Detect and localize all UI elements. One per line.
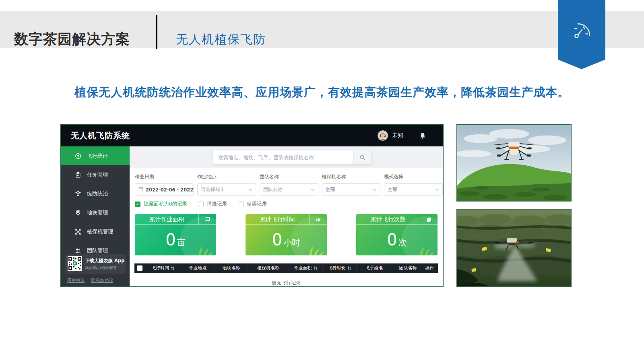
filter-label: 团队名称 xyxy=(260,173,318,180)
checkbox-hide-zero-area[interactable]: ✓ 隐藏面积为0的记录 xyxy=(135,201,187,208)
area-polygon-icon xyxy=(198,214,216,224)
location-select[interactable]: 请选择城市 xyxy=(197,183,256,196)
column-work-location: 作业地点 xyxy=(181,265,215,271)
gauge-icon xyxy=(571,26,592,43)
dashboard-title: 无人机飞防系统 xyxy=(71,130,130,141)
sidebar: 飞行统计 任务管理 统防统治 xyxy=(61,146,130,286)
team-select[interactable]: 团队名称 xyxy=(260,183,318,196)
column-drone-name: 植保机名称 xyxy=(248,265,289,271)
filter-row: 作业日期 2022-02-06 - 2022-08-06 作业地点 请选择城市 xyxy=(130,168,443,196)
sidebar-item-flight-stats[interactable]: 飞行统计 xyxy=(61,146,130,165)
sidebar-item-label: 地块管理 xyxy=(87,209,108,216)
chevron-down-icon xyxy=(435,188,439,191)
date-range-picker[interactable]: 2022-02-06 - 2022-08-06 xyxy=(135,183,194,196)
stat-card-title: 累计作业面积 xyxy=(135,214,198,224)
stat-unit: 次 xyxy=(398,237,407,248)
checkbox-label: 隐藏面积为0的记录 xyxy=(144,201,187,208)
sort-icon xyxy=(347,266,351,270)
checkbox-spread-records[interactable]: 播撒记录 xyxy=(198,201,227,208)
select-value: 全部 xyxy=(326,186,335,193)
dashboard-body: 飞行统计 任务管理 统防统治 xyxy=(61,146,443,286)
filter-work-date: 作业日期 2022-02-06 - 2022-08-06 xyxy=(135,173,194,196)
filter-label: 作业日期 xyxy=(135,173,194,180)
sort-icon xyxy=(171,266,175,270)
app-download-card[interactable]: 下载大疆农服 App 高效助力植保服务 xyxy=(65,254,126,274)
checkbox-box: ✓ xyxy=(135,202,140,207)
stat-unit: 亩 xyxy=(177,237,186,248)
sidebar-item-tasks[interactable]: 任务管理 xyxy=(61,165,130,184)
filter-label: 模式选择 xyxy=(384,173,443,180)
drone-icon xyxy=(74,228,81,235)
filter-work-location: 作业地点 请选择城市 xyxy=(197,173,256,196)
chevron-down-icon xyxy=(373,188,377,191)
column-pilot-name: 飞手姓名 xyxy=(356,265,392,271)
sidebar-item-label: 团队管理 xyxy=(87,247,108,254)
stat-unit: 小时 xyxy=(283,237,300,248)
stat-card-total-flights: 累计飞行次数 0 次 xyxy=(356,214,438,255)
dashboard-header: 无人机飞防系统 未知 xyxy=(61,125,443,146)
user-area: 未知 xyxy=(378,130,426,141)
drone-select[interactable]: 全部 xyxy=(322,183,381,196)
copies-icon xyxy=(420,214,438,224)
column-flight-duration[interactable]: 飞行时长 xyxy=(322,265,356,271)
privacy-agreement-link[interactable]: 隐私权协议 xyxy=(91,278,114,283)
filter-team-name: 团队名称 团队名称 xyxy=(260,173,318,196)
dashboard-window: 无人机飞防系统 未知 xyxy=(60,124,444,287)
qr-code xyxy=(68,256,82,272)
avatar[interactable] xyxy=(378,130,388,141)
filter-label: 植保机名称 xyxy=(322,173,381,180)
column-work-area[interactable]: 作业面积 xyxy=(289,265,322,271)
calendar-icon xyxy=(138,187,143,193)
search-input[interactable] xyxy=(213,150,353,164)
main-panel: 作业日期 2022-02-06 - 2022-08-06 作业地点 请选择城市 xyxy=(130,146,443,286)
flight-stats-icon xyxy=(74,153,81,159)
sidebar-item-label: 统防统治 xyxy=(87,190,108,197)
sidebar-item-label: 植保机管理 xyxy=(87,228,113,235)
stat-card-title: 累计飞行时间 xyxy=(246,214,309,224)
title-divider xyxy=(156,15,157,49)
stat-value: 0 xyxy=(387,232,397,248)
checkbox-box xyxy=(198,202,204,207)
bar-chart-icon xyxy=(309,214,327,224)
sidebar-item-drones[interactable]: 植保机管理 xyxy=(61,222,130,241)
chevron-down-icon xyxy=(311,188,315,191)
chevron-down-icon xyxy=(248,188,252,191)
sidebar-item-label: 任务管理 xyxy=(87,171,108,179)
user-name[interactable]: 未知 xyxy=(392,132,403,139)
empty-records-text: 暂无飞行记录 xyxy=(130,280,443,286)
tasks-icon xyxy=(74,172,81,178)
mode-select[interactable]: 全部 xyxy=(384,183,443,196)
app-subtitle: 高效助力植保服务 xyxy=(85,265,124,271)
slide-description: 植保无人机统防统治作业效率高、应用场景广，有效提高茶园生产效率，降低茶园生产成本… xyxy=(0,84,644,101)
select-value: 全部 xyxy=(388,186,397,193)
stat-card-total-area: 累计作业面积 0 亩 xyxy=(135,214,216,255)
agreement-links: 用户协议 隐私权协议 xyxy=(67,278,114,284)
team-icon xyxy=(74,247,81,254)
column-team-name: 团队名称 xyxy=(392,265,424,271)
photo-drone-spraying-tea-rows xyxy=(456,209,572,287)
filter-mode: 模式选择 全部 xyxy=(384,173,443,196)
stat-card-total-flight-time: 累计飞行时间 0 小时 xyxy=(246,214,327,255)
checkbox-row: ✓ 隐藏面积为0的记录 播撒记录 喷洒记录 xyxy=(130,196,443,208)
ribbon-badge xyxy=(558,0,605,69)
checkbox-label: 喷洒记录 xyxy=(247,201,267,208)
sidebar-item-spray-control[interactable]: 统防统治 xyxy=(61,184,130,203)
slide-header-band: 数字茶园解决方案 无人机植保飞防 xyxy=(0,11,644,48)
filter-drone-name: 植保机名称 全部 xyxy=(322,173,381,196)
plot-pin-icon xyxy=(74,210,81,216)
stat-value: 0 xyxy=(165,232,175,248)
sidebar-item-plots[interactable]: 地块管理 xyxy=(61,203,130,222)
select-value: 团队名称 xyxy=(263,186,283,193)
select-all-checkbox[interactable] xyxy=(137,265,142,271)
checkbox-spray-records[interactable]: 喷洒记录 xyxy=(238,201,267,208)
search-button[interactable] xyxy=(353,150,371,164)
spray-control-icon xyxy=(74,191,81,197)
column-flight-time[interactable]: 飞行时间 xyxy=(145,265,181,271)
checkbox-box xyxy=(238,202,244,207)
search-box xyxy=(213,150,371,164)
search-strip xyxy=(130,146,443,168)
slide-subtitle: 无人机植保飞防 xyxy=(176,31,266,48)
user-agreement-link[interactable]: 用户协议 xyxy=(67,278,85,283)
bell-icon[interactable] xyxy=(419,132,426,139)
stat-value: 0 xyxy=(272,232,282,248)
